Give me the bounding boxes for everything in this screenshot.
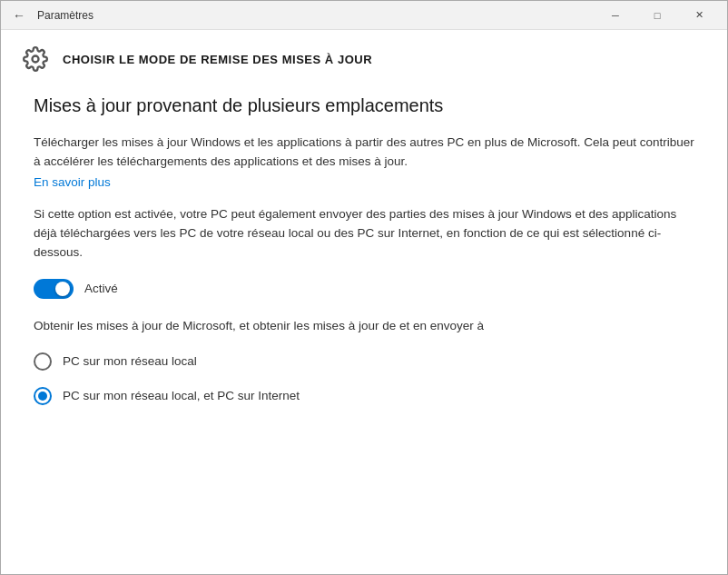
radio-label-internet: PC sur mon réseau local, et PC sur Inter… xyxy=(63,389,300,402)
toggle-label: Activé xyxy=(84,282,118,295)
settings-icon xyxy=(23,46,48,72)
obtain-text: Obtenir les mises à jour de Microsoft, e… xyxy=(34,317,694,336)
page-title: CHOISIR LE MODE DE REMISE DES MISES À JO… xyxy=(63,53,372,66)
description-2: Si cette option est activée, votre PC pe… xyxy=(34,205,694,263)
radio-inner-internet xyxy=(38,392,47,401)
radio-option-local[interactable]: PC sur mon réseau local xyxy=(34,352,694,371)
description-1: Télécharger les mises à jour Windows et … xyxy=(34,134,694,172)
toggle-knob xyxy=(55,282,70,296)
radio-outer-internet xyxy=(34,387,52,405)
close-button[interactable]: ✕ xyxy=(678,1,720,30)
radio-option-internet[interactable]: PC sur mon réseau local, et PC sur Inter… xyxy=(34,387,694,405)
back-button[interactable]: ← xyxy=(8,5,30,26)
content-area: Mises à jour provenant de plusieurs empl… xyxy=(1,84,727,574)
window-title: Paramètres xyxy=(37,9,93,22)
title-bar-left: ← Paramètres xyxy=(8,5,595,26)
learn-more-link[interactable]: En savoir plus xyxy=(34,175,694,189)
toggle-switch[interactable] xyxy=(34,279,74,299)
title-bar: ← Paramètres ─ □ ✕ xyxy=(1,1,727,30)
toggle-row: Activé xyxy=(34,279,694,299)
section-title: Mises à jour provenant de plusieurs empl… xyxy=(34,94,694,117)
title-controls: ─ □ ✕ xyxy=(595,1,720,30)
svg-point-0 xyxy=(33,56,39,63)
radio-label-local: PC sur mon réseau local xyxy=(63,354,197,368)
maximize-button[interactable]: □ xyxy=(636,1,678,30)
page-header: CHOISIR LE MODE DE REMISE DES MISES À JO… xyxy=(1,30,727,84)
minimize-button[interactable]: ─ xyxy=(595,1,636,30)
radio-outer-local xyxy=(34,352,52,371)
